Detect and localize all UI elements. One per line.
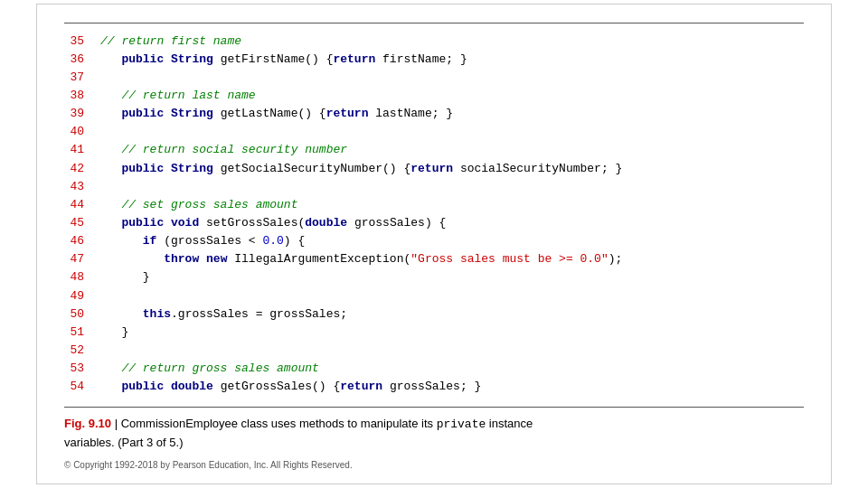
line-number: 42 bbox=[64, 160, 100, 178]
line-code bbox=[100, 69, 108, 87]
code-line: 50 this.grossSales = grossSales; bbox=[64, 305, 804, 324]
fig-label: Fig. 9.10 bbox=[64, 417, 111, 430]
caption-separator: | bbox=[111, 417, 121, 430]
line-code: // return gross sales amount bbox=[100, 360, 319, 378]
code-line: 45 public void setGrossSales(double gros… bbox=[64, 214, 804, 232]
line-number: 44 bbox=[64, 196, 100, 214]
caption-text2: instance bbox=[486, 417, 533, 430]
line-code bbox=[100, 342, 108, 360]
line-code bbox=[100, 178, 108, 196]
code-line: 53 // return gross sales amount bbox=[64, 360, 804, 378]
line-code: public String getLastName() {return last… bbox=[100, 105, 453, 123]
code-block: 35// return first name36 public String g… bbox=[64, 33, 804, 397]
code-line: 41 // return social security number bbox=[64, 141, 804, 159]
code-line: 43 bbox=[64, 178, 804, 196]
code-line: 39 public String getLastName() {return l… bbox=[64, 105, 804, 123]
line-code: // return last name bbox=[100, 87, 256, 105]
line-number: 38 bbox=[64, 87, 100, 105]
line-number: 51 bbox=[64, 324, 100, 342]
line-number: 41 bbox=[64, 141, 100, 159]
line-code: // set gross sales amount bbox=[100, 196, 297, 214]
line-number: 50 bbox=[64, 305, 100, 324]
line-code: public String getFirstName() {return fir… bbox=[100, 51, 467, 69]
code-line: 35// return first name bbox=[64, 33, 804, 51]
line-number: 35 bbox=[64, 33, 100, 51]
caption-line2: variables. (Part 3 of 5.) bbox=[64, 436, 184, 449]
bottom-divider bbox=[64, 407, 804, 408]
top-divider bbox=[64, 23, 804, 23]
line-number: 53 bbox=[64, 360, 100, 378]
line-code: } bbox=[100, 268, 150, 286]
line-number: 46 bbox=[64, 232, 100, 250]
code-line: 38 // return last name bbox=[64, 87, 804, 105]
line-number: 47 bbox=[64, 250, 100, 268]
code-line: 37 bbox=[64, 69, 804, 87]
code-line: 46 if (grossSales < 0.0) { bbox=[64, 232, 804, 250]
code-line: 47 throw new IllegalArgumentException("G… bbox=[64, 250, 804, 268]
line-code: } bbox=[100, 324, 128, 342]
code-line: 36 public String getFirstName() {return … bbox=[64, 51, 804, 69]
line-number: 48 bbox=[64, 268, 100, 286]
line-code: throw new IllegalArgumentException("Gros… bbox=[100, 250, 622, 268]
code-line: 54 public double getGrossSales() {return… bbox=[64, 378, 804, 396]
code-line: 44 // set gross sales amount bbox=[64, 196, 804, 214]
code-line: 49 bbox=[64, 287, 804, 305]
main-container: 35// return first name36 public String g… bbox=[36, 4, 832, 485]
line-number: 49 bbox=[64, 287, 100, 305]
code-line: 42 public String getSocialSecurityNumber… bbox=[64, 160, 804, 178]
line-code bbox=[100, 123, 108, 141]
line-number: 40 bbox=[64, 123, 100, 141]
line-code: // return social security number bbox=[100, 141, 347, 159]
line-number: 52 bbox=[64, 342, 100, 360]
line-code: public String getSocialSecurityNumber() … bbox=[100, 160, 622, 178]
caption-code: private bbox=[437, 418, 486, 431]
line-code: if (grossSales < 0.0) { bbox=[100, 232, 305, 250]
line-number: 43 bbox=[64, 178, 100, 196]
line-number: 54 bbox=[64, 378, 100, 396]
line-code: public double getGrossSales() {return gr… bbox=[100, 378, 481, 396]
caption-text1: CommissionEmployee class uses methods to… bbox=[121, 417, 437, 430]
code-line: 40 bbox=[64, 123, 804, 141]
line-number: 37 bbox=[64, 69, 100, 87]
line-number: 39 bbox=[64, 105, 100, 123]
line-code bbox=[100, 287, 108, 305]
code-line: 52 bbox=[64, 342, 804, 360]
code-line: 48 } bbox=[64, 268, 804, 286]
line-number: 45 bbox=[64, 214, 100, 232]
line-code: public void setGrossSales(double grossSa… bbox=[100, 214, 446, 232]
caption: Fig. 9.10 | CommissionEmployee class use… bbox=[64, 415, 804, 451]
line-code: this.grossSales = grossSales; bbox=[100, 305, 347, 324]
line-number: 36 bbox=[64, 51, 100, 69]
code-line: 51 } bbox=[64, 324, 804, 342]
copyright: © Copyright 1992-2018 by Pearson Educati… bbox=[64, 460, 804, 470]
line-code: // return first name bbox=[100, 33, 241, 51]
